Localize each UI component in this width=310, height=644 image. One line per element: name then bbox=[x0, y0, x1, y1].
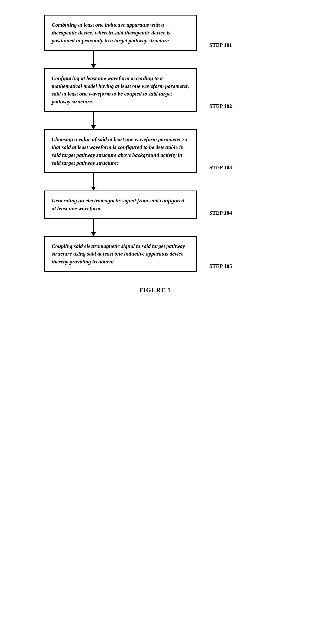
arrow3-container bbox=[79, 173, 232, 190]
step3-label: STEP 103 bbox=[209, 164, 232, 170]
arrow3-head bbox=[91, 186, 96, 190]
step5-box: Coupling said electromagnetic signal to … bbox=[44, 236, 197, 272]
step1-label: STEP 101 bbox=[209, 42, 232, 48]
step3-wrapper: Choosing a value of said at least one wa… bbox=[44, 129, 266, 173]
arrow2-line bbox=[93, 112, 94, 125]
arrow2-head bbox=[91, 125, 96, 129]
arrow3 bbox=[91, 173, 96, 190]
step4-text: Generating an electromagnetic signal fro… bbox=[52, 198, 185, 212]
arrow4 bbox=[91, 218, 96, 236]
step5-row: Coupling said electromagnetic signal to … bbox=[44, 236, 266, 272]
arrow4-container bbox=[79, 218, 232, 236]
diagram-container: Combining at least one inductive apparat… bbox=[44, 15, 266, 294]
step4-box: Generating an electromagnetic signal fro… bbox=[44, 190, 197, 218]
arrow3-line bbox=[93, 173, 94, 186]
step2-row: Configuring at least one waveform accord… bbox=[44, 68, 266, 112]
step4-row: Generating an electromagnetic signal fro… bbox=[44, 190, 266, 218]
step3-box: Choosing a value of said at least one wa… bbox=[44, 129, 197, 173]
figure-title: FIGURE 1 bbox=[139, 286, 171, 294]
arrow4-head bbox=[91, 232, 96, 236]
step2-box: Configuring at least one waveform accord… bbox=[44, 68, 197, 112]
step1-wrapper: Combining at least one inductive apparat… bbox=[44, 15, 266, 51]
step2-label: STEP 102 bbox=[209, 103, 232, 109]
arrow2-container bbox=[79, 112, 232, 129]
arrow1 bbox=[91, 51, 96, 68]
arrow1-container bbox=[79, 51, 232, 68]
step3-row: Choosing a value of said at least one wa… bbox=[44, 129, 266, 173]
step3-text: Choosing a value of said at least one wa… bbox=[52, 136, 188, 166]
step5-label: STEP 105 bbox=[209, 263, 232, 269]
step1-box: Combining at least one inductive apparat… bbox=[44, 15, 197, 51]
step2-wrapper: Configuring at least one waveform accord… bbox=[44, 68, 266, 112]
step2-text: Configuring at least one waveform accord… bbox=[52, 75, 189, 105]
step5-wrapper: Coupling said electromagnetic signal to … bbox=[44, 236, 266, 272]
step4-wrapper: Generating an electromagnetic signal fro… bbox=[44, 190, 266, 218]
arrow2 bbox=[91, 112, 96, 129]
arrow4-line bbox=[93, 218, 94, 232]
step1-row: Combining at least one inductive apparat… bbox=[44, 15, 266, 51]
step1-text: Combining at least one inductive apparat… bbox=[52, 22, 171, 44]
arrow1-line bbox=[93, 51, 94, 64]
step5-text: Coupling said electromagnetic signal to … bbox=[52, 243, 185, 265]
step4-label: STEP 104 bbox=[209, 210, 232, 216]
arrow1-head bbox=[91, 64, 96, 68]
